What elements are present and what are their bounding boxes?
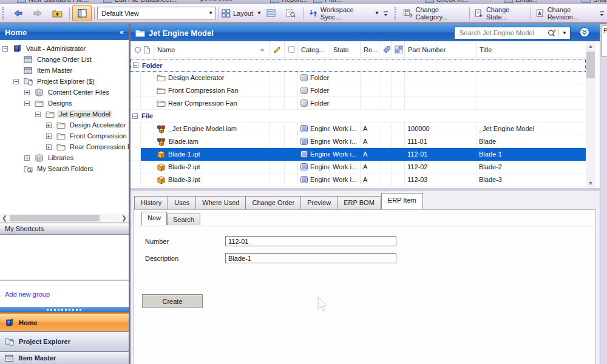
subtab-search[interactable]: Search <box>167 214 200 225</box>
toolbar-grip[interactable] <box>395 7 398 19</box>
layout-button[interactable]: Layout ▼ <box>222 5 262 21</box>
subtab-new[interactable]: New <box>141 212 167 225</box>
top-toolbar-item[interactable]: Plot... <box>313 0 342 3</box>
sidebar-nav-item-master[interactable]: Item Master <box>0 351 129 364</box>
expand-tree-icon[interactable] <box>46 133 52 139</box>
tree-item-jet-engine-model[interactable]: Jet Engine Model <box>0 109 129 120</box>
toolbar-overflow-icon[interactable] <box>599 11 605 19</box>
tree-item-rear-compression-fan[interactable]: Rear Compression Fan <box>0 141 129 152</box>
number-field[interactable] <box>225 236 396 246</box>
toolbar-overflow-icon[interactable] <box>383 11 388 19</box>
top-toolbar-item[interactable]: Email... <box>504 0 538 3</box>
tab-history[interactable]: History <box>134 196 168 209</box>
collapse-panel-icon[interactable]: « <box>120 28 124 36</box>
top-toolbar-item[interactable]: Shar... <box>582 0 607 3</box>
tab-preview[interactable]: Preview <box>301 196 337 209</box>
scroll-right-icon[interactable]: ❯ <box>120 214 129 223</box>
folder-up-button[interactable] <box>47 5 67 21</box>
column-revision[interactable]: Re... <box>361 41 379 58</box>
scrollbar-thumb[interactable] <box>10 215 100 221</box>
column-part-number[interactable]: Part Number <box>405 41 476 58</box>
column-title[interactable]: Title <box>476 41 586 58</box>
collapse-group-icon[interactable] <box>132 113 138 119</box>
expand-tree-icon[interactable] <box>24 155 30 161</box>
tree-item-my-search-folders[interactable]: My Search Folders <box>0 163 129 174</box>
tree-item-front-compression-fan[interactable]: Front Compression Fan <box>0 130 129 141</box>
tree-item-item-master[interactable]: Item Master <box>0 65 129 76</box>
collapse-header-chevrons-icon[interactable] <box>579 27 590 39</box>
tree-item-change-order-list[interactable]: Change Order List <box>0 54 129 65</box>
description-field[interactable] <box>225 253 396 263</box>
toolbar-grip[interactable] <box>2 7 6 19</box>
grid-row-blade-iam[interactable]: Blade.iamEngine...Work i...A111-01Blade <box>131 135 586 148</box>
expand-tree-icon[interactable] <box>46 123 52 128</box>
top-toolbar-item[interactable]: Check In... <box>425 0 469 3</box>
search-options-chevron-icon[interactable]: ▼ <box>560 30 569 36</box>
collapse-group-icon[interactable] <box>133 62 138 68</box>
tab-uses[interactable]: Uses <box>168 196 196 209</box>
forward-button[interactable] <box>28 5 47 21</box>
find-button[interactable] <box>281 5 300 21</box>
column-category[interactable]: Categ... <box>298 41 330 58</box>
change-state-button[interactable]: Change State... <box>472 5 528 21</box>
collapse-tree-icon[interactable] <box>13 79 19 84</box>
column-state[interactable]: State <box>330 41 361 58</box>
workspace-sync-button[interactable]: Workspace Sync... ▼ <box>306 5 382 21</box>
top-toolbar-item[interactable]: Edit File Datasheet... <box>103 0 177 3</box>
column-grid[interactable] <box>392 41 405 58</box>
grid-row-blade-3-ipt[interactable]: Blade-3.iptEngine...Work i...A112-03Blad… <box>131 174 586 186</box>
grid-row-jet-engine-model-iam[interactable]: _Jet Engine Model.iamEngine...Work i...A… <box>131 123 586 135</box>
tree-item-design-accelerator[interactable]: Design Accelerator <box>0 120 129 130</box>
group-row-folder[interactable]: Folder <box>131 59 586 72</box>
column-selector[interactable] <box>131 41 154 58</box>
back-button[interactable] <box>8 5 28 21</box>
chevron-down-icon[interactable]: ▼ <box>206 7 215 19</box>
sidebar-nav-home[interactable]: Home <box>0 312 129 331</box>
tree-item-vault-administrator[interactable]: Vault - Administrator <box>0 43 129 54</box>
column-edit[interactable] <box>270 41 285 58</box>
grid-row-front-compression-fan[interactable]: Front Compression FanFolder <box>131 84 586 97</box>
collapsed-panel-tab[interactable]: P <box>602 25 607 57</box>
view-selector-combobox[interactable]: Default View ▼ <box>97 7 216 19</box>
tree-item-designs[interactable]: Designs <box>0 98 129 109</box>
tab-erp-item[interactable]: ERP Item <box>381 193 423 209</box>
grid-row-design-accelerator[interactable]: Design AcceleratorFolder <box>131 72 586 84</box>
details-view-button[interactable] <box>262 5 281 21</box>
tree-item-libraries[interactable]: Libraries <box>0 152 129 163</box>
tree-horizontal-scrollbar[interactable]: ❮ ❯ <box>0 214 129 223</box>
change-revision-button[interactable]: Change Revision... <box>534 5 598 21</box>
create-button[interactable]: Create <box>142 294 203 308</box>
tab-erp-bom[interactable]: ERP BOM <box>337 196 381 209</box>
top-toolbar-item[interactable]: powerJobs <box>200 0 232 2</box>
tree-item-project-explorer[interactable]: Project Explorer ($) <box>0 76 129 87</box>
search-input[interactable] <box>458 29 547 37</box>
scroll-down-icon[interactable]: ▼ <box>586 178 595 188</box>
grid-row-blade-2-ipt[interactable]: Blade-2.iptEngine...Work i...A112-02Blad… <box>131 161 586 174</box>
top-toolbar-item[interactable]: New Standard File... <box>17 0 89 3</box>
expand-tree-icon[interactable] <box>24 90 30 95</box>
sidebar-nav-project-explorer[interactable]: Project Explorer <box>0 331 129 351</box>
scroll-left-icon[interactable]: ❮ <box>0 214 9 223</box>
column-checkbox[interactable] <box>285 41 298 58</box>
my-shortcuts-header[interactable]: My Shortcuts <box>0 223 129 235</box>
tree-item-content-center-files[interactable]: Content Center Files <box>0 87 129 98</box>
collapse-tree-icon[interactable] <box>24 101 30 106</box>
grid-row-blade-1-ipt[interactable]: Blade-1.iptEngine...Work i...A112-01Blad… <box>131 148 586 161</box>
column-name[interactable]: Name <box>154 41 270 58</box>
scroll-up-icon[interactable]: ▲ <box>586 41 595 51</box>
grid-row-rear-compression-fan[interactable]: Rear Compression FanFolder <box>131 97 586 110</box>
grid-vertical-scrollbar[interactable]: ▲ ▼ <box>586 41 595 188</box>
group-row-file[interactable]: File <box>131 110 586 123</box>
tab-change-order[interactable]: Change Order <box>246 196 301 209</box>
search-box[interactable]: ▼ <box>454 27 571 39</box>
navigation-pane-toggle-button[interactable] <box>72 5 92 21</box>
top-toolbar-item[interactable]: Report... <box>270 0 307 3</box>
tab-where-used[interactable]: Where Used <box>196 196 246 209</box>
change-category-button[interactable]: Change Category... <box>401 5 467 21</box>
collapse-tree-icon[interactable] <box>2 46 8 52</box>
collapse-tree-icon[interactable] <box>35 112 41 117</box>
scrollbar-thumb[interactable] <box>586 52 595 78</box>
column-tag[interactable] <box>379 41 392 58</box>
expand-tree-icon[interactable] <box>46 144 52 150</box>
add-new-group-link[interactable]: Add new group <box>5 291 50 298</box>
